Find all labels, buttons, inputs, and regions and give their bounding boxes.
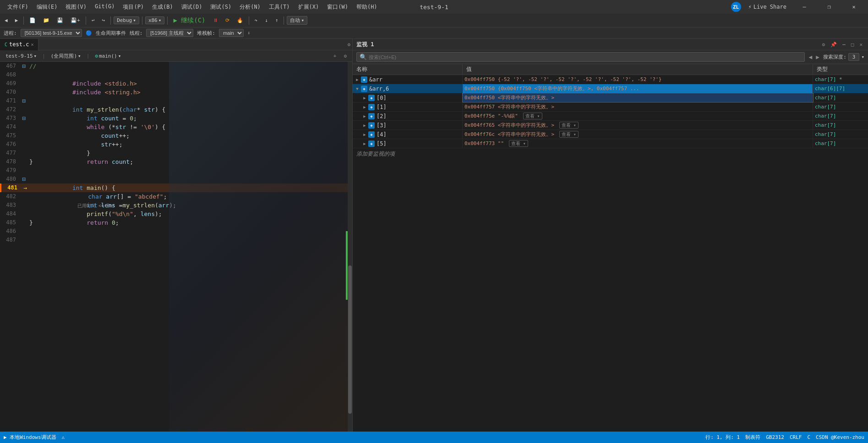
expand-2[interactable]: ▶ — [362, 113, 367, 119]
watch-val-1[interactable]: 0x004ff757 <字符串中的字符无效。> — [463, 103, 813, 111]
add-watch-item[interactable]: 添加要监视的项 — [353, 148, 868, 160]
toolbar-forward[interactable]: ▶ — [12, 16, 21, 24]
menu-test[interactable]: 测试(S) — [207, 2, 235, 12]
toolbar-new[interactable]: 📄 — [27, 16, 38, 24]
toolbar-open[interactable]: 📁 — [40, 16, 52, 24]
debug-config-dropdown[interactable]: Debug ▾ — [114, 16, 139, 24]
search-nav-next[interactable]: ▶ — [816, 54, 819, 60]
depth-value[interactable]: 3 — [848, 53, 860, 61]
status-lang[interactable]: C — [807, 434, 810, 440]
menu-git[interactable]: Git(G) — [91, 2, 118, 12]
menu-analyze[interactable]: 分析(N) — [236, 2, 264, 12]
menu-tools[interactable]: 工具(T) — [265, 2, 294, 12]
tab-test-c[interactable]: C test.c × — [0, 39, 38, 50]
menu-file[interactable]: 文件(F) — [4, 2, 32, 12]
watch-val-3[interactable]: 0x004ff765 <字符串中的字符无效。> 查看 ▾ — [463, 121, 813, 130]
stop-button[interactable]: ⏸ — [210, 16, 221, 24]
expand-1[interactable]: ▶ — [362, 104, 367, 110]
menu-bar[interactable]: 文件(F) 编辑(E) 视图(V) Git(G) 项目(P) 生成(B) 调试(… — [4, 2, 381, 12]
toolbar-save-all[interactable]: 💾+ — [68, 16, 83, 24]
watch-val-0[interactable]: 0x004ff750 <字符串中的字符无效。> — [463, 93, 813, 102]
status-encoding[interactable]: GB2312 — [766, 434, 784, 440]
watch-search-input[interactable] — [369, 54, 802, 60]
toolbar-back[interactable]: ◀ — [2, 16, 11, 24]
watch-row-4[interactable]: ▶ ◈ [4] 0x004ff76c <字符串中的字符无效。> 查看 ▾ cha… — [353, 130, 868, 139]
watch-row-2[interactable]: ▶ ◈ [2] 0x004ff75e "-%%鎄" 查看 ▾ char[7] — [353, 112, 868, 121]
expand-5[interactable]: ▶ — [362, 141, 367, 146]
watch-maximize-btn[interactable]: □ — [849, 41, 856, 48]
step-over[interactable]: ↷ — [252, 16, 261, 24]
thread-select[interactable]: [51968] 主线程 — [146, 29, 193, 37]
menu-project[interactable]: 项目(P) — [119, 2, 147, 12]
expand-3[interactable]: ▶ — [362, 123, 367, 128]
minimize-button[interactable]: — — [794, 0, 815, 14]
menu-build[interactable]: 生成(B) — [148, 2, 177, 12]
scope-dropdown[interactable]: test-9-15 ▾ — [4, 53, 38, 59]
stack-select[interactable]: main — [219, 29, 244, 37]
watch-row-arr6[interactable]: ▼ ◈ &arr,6 0x004ff750 {0x004ff750 <字符串中的… — [353, 84, 868, 93]
watch-minimize-btn[interactable]: — — [841, 41, 847, 48]
watch-row-3[interactable]: ▶ ◈ [3] 0x004ff765 <字符串中的字符无效。> 查看 ▾ cha… — [353, 121, 868, 130]
editor-settings-btn[interactable]: ⚙ — [345, 41, 352, 48]
expand-icon[interactable]: ⬇ — [247, 30, 251, 36]
editor-settings-btn2[interactable]: ⚙ — [342, 53, 349, 59]
watch-settings-btn[interactable]: ⚙ — [820, 41, 827, 48]
editor-add-btn[interactable]: + — [332, 53, 338, 59]
watch-row-0[interactable]: ▶ ◈ [0] 0x004ff750 <字符串中的字符无效。> char[7] — [353, 93, 868, 103]
arch-dropdown[interactable]: x86 ▾ — [145, 16, 165, 24]
auto-dropdown[interactable]: 自动 ▾ — [287, 16, 307, 25]
toolbar-sep-5 — [167, 16, 168, 25]
watch-val-arr[interactable]: 0x004ff750 {-52 '?', -52 '?', -52 '?', -… — [463, 76, 813, 83]
status-line-col[interactable]: 行: 1, 列: 1 — [705, 434, 740, 441]
search-nav-prev[interactable]: ◀ — [808, 54, 812, 60]
status-spaces[interactable]: 制表符 — [745, 434, 760, 441]
play-button[interactable]: ▶ 继续(C) — [170, 16, 208, 26]
toolbar-redo[interactable]: ↪ — [99, 16, 108, 24]
watch-pin-btn[interactable]: 📌 — [829, 41, 839, 48]
menu-edit[interactable]: 编辑(E) — [33, 2, 61, 12]
menu-window[interactable]: 窗口(W) — [323, 2, 352, 12]
menu-extensions[interactable]: 扩展(X) — [295, 2, 323, 12]
global-scope-dropdown[interactable]: (全局范围) ▾ — [49, 52, 83, 60]
watch-val-arr6[interactable]: 0x004ff750 {0x004ff750 <字符串中的字符无效。>, 0x0… — [463, 84, 813, 93]
watch-row-5[interactable]: ▶ ◈ [5] 0x004ff773 "" 查看 ▾ char[7] — [353, 139, 868, 148]
watch-val-5[interactable]: 0x004ff773 "" 查看 ▾ — [463, 140, 813, 148]
hot-reload[interactable]: 🔥 — [234, 16, 246, 24]
menu-help[interactable]: 帮助(H) — [353, 2, 381, 12]
code-editor[interactable]: 467 ⊟ // 468 #include <stdio.h> 469 — [0, 62, 352, 432]
live-share-button[interactable]: ⚡ Live Share — [745, 3, 790, 11]
step-out[interactable]: ↑ — [273, 16, 281, 24]
watch-val-4[interactable]: 0x004ff76c <字符串中的字符无效。> 查看 ▾ — [463, 130, 813, 139]
expand-0[interactable]: ▶ — [362, 95, 367, 101]
watch-row-arr[interactable]: ▶ ◈ &arr 0x004ff750 {-52 '?', -52 '?', -… — [353, 75, 868, 84]
editor-scrollbar[interactable] — [348, 62, 352, 432]
close-button[interactable]: ✕ — [843, 0, 864, 14]
expand-arr[interactable]: ▶ — [355, 77, 360, 82]
look-btn-5[interactable]: 查看 ▾ — [509, 140, 528, 147]
look-btn-2[interactable]: 查看 ▾ — [523, 113, 542, 119]
title-bar: 文件(F) 编辑(E) 视图(V) Git(G) 项目(P) 生成(B) 调试(… — [0, 0, 868, 14]
watch-val-2[interactable]: 0x004ff75e "-%%鎄" 查看 ▾ — [463, 112, 813, 120]
depth-selector: 搜索深度: 3 ▾ — [823, 53, 864, 61]
restore-button[interactable]: ❐ — [819, 0, 840, 14]
expand-arr6[interactable]: ▼ — [355, 86, 360, 92]
step-in[interactable]: ↓ — [262, 16, 271, 24]
menu-debug[interactable]: 调试(D) — [178, 2, 206, 12]
watch-row-1[interactable]: ▶ ◈ [1] 0x004ff757 <字符串中的字符无效。> char[7] — [353, 103, 868, 112]
editor-scrollbar-thumb[interactable] — [348, 265, 352, 413]
toolbar-undo[interactable]: ↩ — [89, 16, 98, 24]
func-scope-dropdown[interactable]: ⚙ main() ▾ — [93, 53, 123, 59]
toolbar-save[interactable]: 💾 — [54, 16, 66, 24]
depth-arrow[interactable]: ▾ — [861, 54, 864, 60]
look-btn-3[interactable]: 查看 ▾ — [559, 122, 579, 129]
expand-4[interactable]: ▶ — [362, 132, 367, 137]
menu-view[interactable]: 视图(V) — [62, 2, 90, 12]
title-bar-right: ZL ⚡ Live Share — ❐ ✕ — [731, 0, 864, 14]
process-select[interactable]: [50136] test-9-15.exe — [21, 29, 82, 37]
code-line-487: 487 — [0, 236, 352, 244]
look-btn-4[interactable]: 查看 ▾ — [559, 131, 579, 138]
status-debug[interactable]: ▶ 本地Windows调试器 — [4, 434, 56, 441]
status-line-ending[interactable]: CRLF — [790, 434, 802, 440]
restart-button[interactable]: ⟳ — [223, 16, 232, 24]
watch-close-btn[interactable]: ✕ — [857, 41, 864, 48]
